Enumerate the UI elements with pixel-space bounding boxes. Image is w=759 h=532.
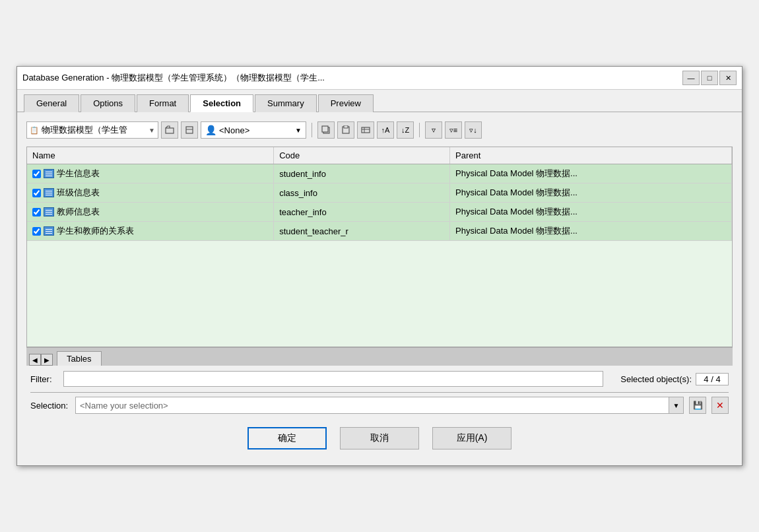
filter-row: Filter: Selected object(s): 4 / 4 bbox=[26, 366, 733, 392]
selection-combo-text: <Name your selection> bbox=[76, 401, 669, 411]
svg-rect-7 bbox=[362, 127, 370, 133]
tab-preview[interactable]: Preview bbox=[318, 94, 374, 112]
toolbar-separator-2 bbox=[419, 123, 420, 137]
bottom-tabs-row: ◀ ▶ Tables bbox=[26, 347, 733, 366]
row-checkbox[interactable] bbox=[32, 208, 41, 216]
content-area: 📋 物理数据模型（学生管 ▼ 👤 <None> ▼ bbox=[17, 112, 742, 465]
minimize-button[interactable]: — bbox=[682, 71, 700, 85]
filter-button[interactable]: ▿ bbox=[425, 121, 442, 139]
selection-combo-arrow[interactable]: ▼ bbox=[669, 397, 683, 413]
filter-icon: ▿ bbox=[432, 125, 436, 135]
delete-icon: ✕ bbox=[716, 400, 724, 411]
table-row[interactable]: 教师信息表 teacher_infoPhysical Data Model 物理… bbox=[27, 203, 732, 222]
row-checkbox[interactable] bbox=[32, 227, 41, 236]
toolbar-separator-1 bbox=[312, 123, 312, 137]
col-name: Name bbox=[27, 147, 274, 164]
maximize-button[interactable]: □ bbox=[701, 71, 718, 85]
copy-button[interactable] bbox=[317, 121, 335, 139]
person-dropdown-arrow: ▼ bbox=[295, 127, 302, 134]
table-row[interactable]: 班级信息表 class_infoPhysical Data Model 物理数据… bbox=[27, 183, 732, 203]
copy-icon bbox=[321, 125, 331, 135]
cell-name: 学生和教师的关系表 bbox=[27, 222, 274, 241]
tab-summary[interactable]: Summary bbox=[255, 94, 317, 112]
tables-tab[interactable]: Tables bbox=[57, 351, 102, 366]
cell-name: 班级信息表 bbox=[27, 183, 274, 203]
combo-arrow-icon: ▼ bbox=[673, 402, 680, 409]
cell-code: class_info bbox=[274, 183, 450, 203]
person-dropdown[interactable]: 👤 <None> ▼ bbox=[201, 121, 306, 139]
cell-code: teacher_info bbox=[274, 203, 450, 222]
ok-button[interactable]: 确定 bbox=[248, 427, 327, 449]
buttons-row: 确定 取消 应用(A) bbox=[26, 419, 733, 459]
col-code: Code bbox=[274, 147, 450, 164]
svg-rect-1 bbox=[186, 127, 193, 133]
selection-delete-button[interactable]: ✕ bbox=[711, 397, 729, 414]
sort-desc-icon: ↓Z bbox=[401, 126, 409, 134]
view-button[interactable] bbox=[357, 121, 374, 139]
selection-label: Selection: bbox=[30, 401, 70, 411]
svg-rect-6 bbox=[344, 125, 348, 128]
cell-name: 学生信息表 bbox=[27, 164, 274, 183]
selection-save-button[interactable]: 💾 bbox=[689, 397, 706, 414]
main-window: Database Generation - 物理数据模型（学生管理系统）（物理数… bbox=[16, 66, 742, 466]
selected-objects-label: Selected object(s): bbox=[620, 374, 692, 384]
paste-button[interactable] bbox=[337, 121, 354, 139]
row-checkbox[interactable] bbox=[32, 170, 41, 178]
model-dropdown-arrow: ▼ bbox=[148, 127, 155, 134]
filter-input[interactable] bbox=[63, 371, 603, 387]
sort-asc-icon: ↑A bbox=[381, 126, 390, 134]
svg-rect-0 bbox=[166, 128, 174, 133]
tab-selection[interactable]: Selection bbox=[190, 94, 253, 112]
filter-label: Filter: bbox=[30, 374, 57, 384]
scroll-right-button[interactable]: ▶ bbox=[41, 354, 53, 366]
table-icon bbox=[44, 207, 54, 216]
title-bar: Database Generation - 物理数据模型（学生管理系统）（物理数… bbox=[17, 67, 742, 90]
model-dropdown[interactable]: 📋 物理数据模型（学生管 ▼ bbox=[26, 121, 158, 139]
table-icon bbox=[44, 188, 54, 197]
window-title: Database Generation - 物理数据模型（学生管理系统）（物理数… bbox=[22, 72, 682, 84]
svg-rect-4 bbox=[322, 126, 328, 132]
selected-count: 4 / 4 bbox=[696, 373, 729, 385]
table-row[interactable]: 学生和教师的关系表 student_teacher_rPhysical Data… bbox=[27, 222, 732, 241]
save-icon: 💾 bbox=[693, 401, 703, 410]
view-icon bbox=[361, 125, 370, 135]
col-parent: Parent bbox=[450, 147, 732, 164]
cell-parent: Physical Data Model 物理数据... bbox=[450, 222, 732, 241]
main-table-container: Name Code Parent 学生信息表 student_infoPhysi… bbox=[26, 147, 733, 347]
person-icon: 👤 bbox=[205, 125, 216, 135]
sort-asc-button[interactable]: ↑A bbox=[377, 121, 394, 139]
tabs-bar: General Options Format Selection Summary… bbox=[17, 90, 742, 112]
tab-options[interactable]: Options bbox=[81, 94, 135, 112]
sort-desc-button[interactable]: ↓Z bbox=[397, 121, 414, 139]
close-button[interactable]: ✕ bbox=[719, 71, 737, 85]
folder-icon bbox=[165, 125, 174, 135]
cell-name: 教师信息表 bbox=[27, 203, 274, 222]
filter-all-button[interactable]: ▿≡ bbox=[445, 121, 462, 139]
empty-rows bbox=[27, 241, 732, 347]
paste-icon bbox=[341, 125, 350, 135]
data-table: Name Code Parent 学生信息表 student_infoPhysi… bbox=[27, 147, 732, 241]
browse-button[interactable] bbox=[161, 121, 178, 139]
tab-format[interactable]: Format bbox=[137, 94, 189, 112]
filter-reset-button[interactable]: ▿↓ bbox=[465, 121, 482, 139]
cell-parent: Physical Data Model 物理数据... bbox=[450, 183, 732, 203]
cell-code: student_info bbox=[274, 164, 450, 183]
tab-general[interactable]: General bbox=[24, 94, 79, 112]
cell-parent: Physical Data Model 物理数据... bbox=[450, 164, 732, 183]
edit-button[interactable] bbox=[181, 121, 198, 139]
edit-icon bbox=[185, 125, 194, 135]
toolbar-row: 📋 物理数据模型（学生管 ▼ 👤 <None> ▼ bbox=[26, 119, 733, 141]
cell-parent: Physical Data Model 物理数据... bbox=[450, 203, 732, 222]
selection-combo[interactable]: <Name your selection> ▼ bbox=[75, 397, 684, 414]
table-header-row: Name Code Parent bbox=[27, 147, 732, 164]
table-icon bbox=[44, 169, 54, 178]
apply-button[interactable]: 应用(A) bbox=[432, 427, 512, 449]
filter-reset-icon: ▿↓ bbox=[469, 126, 477, 135]
table-row[interactable]: 学生信息表 student_infoPhysical Data Model 物理… bbox=[27, 164, 732, 183]
scroll-left-button[interactable]: ◀ bbox=[29, 354, 41, 366]
cell-code: student_teacher_r bbox=[274, 222, 450, 241]
table-icon bbox=[44, 226, 54, 236]
cancel-button[interactable]: 取消 bbox=[340, 427, 419, 449]
row-checkbox[interactable] bbox=[32, 189, 41, 197]
nav-arrows: ◀ ▶ bbox=[29, 354, 53, 366]
